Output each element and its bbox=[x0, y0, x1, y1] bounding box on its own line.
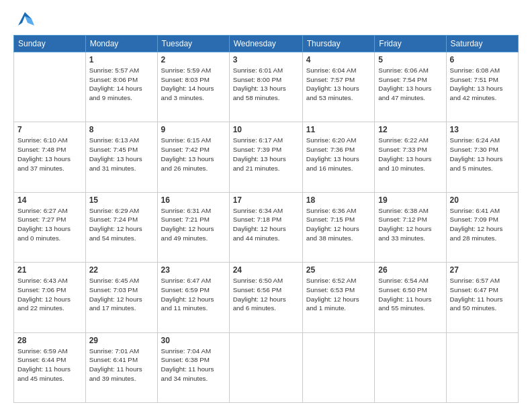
calendar-cell: 9Sunrise: 6:15 AM Sunset: 7:42 PM Daylig… bbox=[157, 122, 229, 192]
day-number: 3 bbox=[233, 55, 299, 64]
calendar-cell: 11Sunrise: 6:20 AM Sunset: 7:36 PM Dayli… bbox=[302, 122, 375, 192]
day-info: Sunrise: 6:10 AM Sunset: 7:48 PM Dayligh… bbox=[17, 136, 82, 173]
week-row-1: 1Sunrise: 5:57 AM Sunset: 8:06 PM Daylig… bbox=[14, 52, 519, 122]
day-number: 18 bbox=[306, 195, 371, 205]
calendar-cell: 14Sunrise: 6:27 AM Sunset: 7:27 PM Dayli… bbox=[14, 192, 86, 262]
day-number: 4 bbox=[306, 55, 371, 64]
day-number: 29 bbox=[89, 336, 154, 345]
calendar-cell: 26Sunrise: 6:54 AM Sunset: 6:50 PM Dayli… bbox=[375, 263, 446, 332]
calendar-cell: 20Sunrise: 6:41 AM Sunset: 7:09 PM Dayli… bbox=[446, 192, 518, 262]
weekday-header-saturday: Saturday bbox=[446, 36, 518, 52]
day-number: 19 bbox=[378, 195, 442, 205]
calendar-cell: 28Sunrise: 6:59 AM Sunset: 6:44 PM Dayli… bbox=[14, 332, 86, 402]
day-number: 2 bbox=[161, 55, 226, 64]
calendar-cell bbox=[446, 332, 518, 402]
logo bbox=[13, 12, 34, 28]
day-info: Sunrise: 6:22 AM Sunset: 7:33 PM Dayligh… bbox=[378, 136, 442, 173]
day-number: 24 bbox=[233, 265, 299, 275]
calendar-cell: 22Sunrise: 6:45 AM Sunset: 7:03 PM Dayli… bbox=[85, 263, 157, 332]
calendar-cell: 6Sunrise: 6:08 AM Sunset: 7:51 PM Daylig… bbox=[446, 52, 518, 122]
weekday-header-monday: Monday bbox=[85, 36, 157, 52]
day-number: 6 bbox=[450, 55, 515, 64]
day-info: Sunrise: 6:47 AM Sunset: 6:59 PM Dayligh… bbox=[161, 276, 226, 313]
day-number: 26 bbox=[378, 265, 442, 275]
day-info: Sunrise: 6:31 AM Sunset: 7:21 PM Dayligh… bbox=[161, 206, 226, 243]
day-info: Sunrise: 7:01 AM Sunset: 6:41 PM Dayligh… bbox=[89, 347, 154, 383]
day-number: 30 bbox=[161, 336, 226, 345]
calendar-cell bbox=[229, 332, 302, 402]
calendar-cell: 19Sunrise: 6:38 AM Sunset: 7:12 PM Dayli… bbox=[375, 192, 446, 262]
calendar-cell: 25Sunrise: 6:52 AM Sunset: 6:53 PM Dayli… bbox=[302, 263, 375, 332]
day-info: Sunrise: 5:59 AM Sunset: 8:03 PM Dayligh… bbox=[161, 66, 226, 103]
day-number: 12 bbox=[378, 125, 442, 134]
day-number: 14 bbox=[17, 195, 82, 205]
day-number: 7 bbox=[17, 125, 82, 134]
day-info: Sunrise: 5:57 AM Sunset: 8:06 PM Dayligh… bbox=[89, 66, 154, 103]
day-info: Sunrise: 6:36 AM Sunset: 7:15 PM Dayligh… bbox=[306, 206, 371, 243]
day-info: Sunrise: 6:34 AM Sunset: 7:18 PM Dayligh… bbox=[233, 206, 299, 243]
calendar-cell: 17Sunrise: 6:34 AM Sunset: 7:18 PM Dayli… bbox=[229, 192, 302, 262]
day-number: 10 bbox=[233, 125, 299, 134]
page: SundayMondayTuesdayWednesdayThursdayFrid… bbox=[0, 0, 532, 411]
calendar-cell: 10Sunrise: 6:17 AM Sunset: 7:39 PM Dayli… bbox=[229, 122, 302, 192]
day-number: 5 bbox=[378, 55, 442, 64]
day-info: Sunrise: 6:57 AM Sunset: 6:47 PM Dayligh… bbox=[450, 276, 515, 313]
day-info: Sunrise: 6:17 AM Sunset: 7:39 PM Dayligh… bbox=[233, 136, 299, 173]
day-number: 8 bbox=[89, 125, 154, 134]
day-info: Sunrise: 6:41 AM Sunset: 7:09 PM Dayligh… bbox=[450, 206, 515, 243]
day-info: Sunrise: 6:04 AM Sunset: 7:57 PM Dayligh… bbox=[306, 66, 371, 103]
week-row-3: 14Sunrise: 6:27 AM Sunset: 7:27 PM Dayli… bbox=[14, 192, 519, 262]
calendar-cell: 24Sunrise: 6:50 AM Sunset: 6:56 PM Dayli… bbox=[229, 263, 302, 332]
calendar-cell: 2Sunrise: 5:59 AM Sunset: 8:03 PM Daylig… bbox=[157, 52, 229, 122]
calendar-cell: 27Sunrise: 6:57 AM Sunset: 6:47 PM Dayli… bbox=[446, 263, 518, 332]
day-number: 9 bbox=[161, 125, 226, 134]
day-number: 13 bbox=[450, 125, 515, 134]
header bbox=[13, 12, 519, 28]
day-info: Sunrise: 6:27 AM Sunset: 7:27 PM Dayligh… bbox=[17, 206, 82, 243]
calendar-cell: 3Sunrise: 6:01 AM Sunset: 8:00 PM Daylig… bbox=[229, 52, 302, 122]
calendar-cell: 8Sunrise: 6:13 AM Sunset: 7:45 PM Daylig… bbox=[85, 122, 157, 192]
calendar-table: SundayMondayTuesdayWednesdayThursdayFrid… bbox=[13, 35, 519, 403]
week-row-4: 21Sunrise: 6:43 AM Sunset: 7:06 PM Dayli… bbox=[14, 263, 519, 332]
day-number: 21 bbox=[17, 265, 82, 275]
day-number: 1 bbox=[89, 55, 154, 64]
calendar-cell: 5Sunrise: 6:06 AM Sunset: 7:54 PM Daylig… bbox=[375, 52, 446, 122]
weekday-header-friday: Friday bbox=[375, 36, 446, 52]
calendar-cell: 21Sunrise: 6:43 AM Sunset: 7:06 PM Dayli… bbox=[14, 263, 86, 332]
day-info: Sunrise: 6:38 AM Sunset: 7:12 PM Dayligh… bbox=[378, 206, 442, 243]
calendar-cell: 18Sunrise: 6:36 AM Sunset: 7:15 PM Dayli… bbox=[302, 192, 375, 262]
calendar-cell: 30Sunrise: 7:04 AM Sunset: 6:38 PM Dayli… bbox=[157, 332, 229, 402]
day-number: 23 bbox=[161, 265, 226, 275]
calendar-cell: 1Sunrise: 5:57 AM Sunset: 8:06 PM Daylig… bbox=[85, 52, 157, 122]
weekday-header-sunday: Sunday bbox=[14, 36, 86, 52]
day-number: 25 bbox=[306, 265, 371, 275]
day-info: Sunrise: 6:52 AM Sunset: 6:53 PM Dayligh… bbox=[306, 276, 371, 313]
day-info: Sunrise: 6:43 AM Sunset: 7:06 PM Dayligh… bbox=[17, 276, 82, 313]
calendar-cell: 7Sunrise: 6:10 AM Sunset: 7:48 PM Daylig… bbox=[14, 122, 86, 192]
weekday-header-tuesday: Tuesday bbox=[157, 36, 229, 52]
logo-icon bbox=[15, 9, 34, 28]
day-info: Sunrise: 6:54 AM Sunset: 6:50 PM Dayligh… bbox=[378, 276, 442, 313]
day-info: Sunrise: 7:04 AM Sunset: 6:38 PM Dayligh… bbox=[161, 347, 226, 383]
weekday-header-wednesday: Wednesday bbox=[229, 36, 302, 52]
day-number: 27 bbox=[450, 265, 515, 275]
day-info: Sunrise: 6:45 AM Sunset: 7:03 PM Dayligh… bbox=[89, 276, 154, 313]
day-number: 11 bbox=[306, 125, 371, 134]
day-number: 22 bbox=[89, 265, 154, 275]
day-info: Sunrise: 6:20 AM Sunset: 7:36 PM Dayligh… bbox=[306, 136, 371, 173]
week-row-2: 7Sunrise: 6:10 AM Sunset: 7:48 PM Daylig… bbox=[14, 122, 519, 192]
day-info: Sunrise: 6:13 AM Sunset: 7:45 PM Dayligh… bbox=[89, 136, 154, 173]
calendar-cell: 16Sunrise: 6:31 AM Sunset: 7:21 PM Dayli… bbox=[157, 192, 229, 262]
day-info: Sunrise: 6:15 AM Sunset: 7:42 PM Dayligh… bbox=[161, 136, 226, 173]
day-number: 16 bbox=[161, 195, 226, 205]
day-info: Sunrise: 6:50 AM Sunset: 6:56 PM Dayligh… bbox=[233, 276, 299, 313]
day-info: Sunrise: 6:59 AM Sunset: 6:44 PM Dayligh… bbox=[17, 347, 82, 383]
day-number: 28 bbox=[17, 336, 82, 345]
calendar-cell: 15Sunrise: 6:29 AM Sunset: 7:24 PM Dayli… bbox=[85, 192, 157, 262]
day-number: 20 bbox=[450, 195, 515, 205]
day-info: Sunrise: 6:29 AM Sunset: 7:24 PM Dayligh… bbox=[89, 206, 154, 243]
calendar-cell: 12Sunrise: 6:22 AM Sunset: 7:33 PM Dayli… bbox=[375, 122, 446, 192]
calendar-cell: 29Sunrise: 7:01 AM Sunset: 6:41 PM Dayli… bbox=[85, 332, 157, 402]
weekday-header-row: SundayMondayTuesdayWednesdayThursdayFrid… bbox=[14, 36, 519, 52]
calendar-cell: 23Sunrise: 6:47 AM Sunset: 6:59 PM Dayli… bbox=[157, 263, 229, 332]
